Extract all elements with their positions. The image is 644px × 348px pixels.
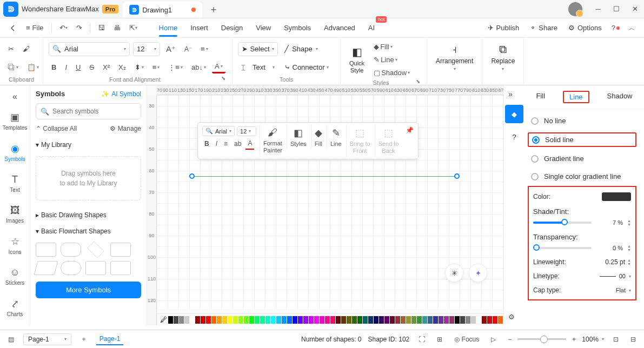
color-swatch-item[interactable] bbox=[439, 316, 443, 324]
italic-button[interactable]: I bbox=[62, 62, 70, 73]
float-format-painter[interactable]: 🖌Format Painter bbox=[260, 125, 286, 156]
color-swatch-item[interactable] bbox=[255, 316, 260, 324]
color-swatch-item[interactable] bbox=[320, 316, 324, 324]
tab-home[interactable]: Home bbox=[159, 19, 178, 36]
shadow-button[interactable]: ▢ Shadow ▾ bbox=[371, 67, 413, 78]
color-swatch-item[interactable] bbox=[449, 316, 454, 324]
tab-view[interactable]: View bbox=[256, 19, 271, 36]
line-shape[interactable] bbox=[192, 176, 457, 177]
arrangement-button[interactable]: ⫞Arrangement▾ bbox=[433, 41, 476, 73]
close-button[interactable]: ✕ bbox=[626, 0, 644, 18]
tab-ai[interactable]: AIhot bbox=[368, 19, 375, 36]
color-swatch-item[interactable] bbox=[330, 316, 335, 324]
rail-text[interactable]: TText bbox=[2, 170, 28, 197]
tab-insert[interactable]: Insert bbox=[190, 19, 208, 36]
share-button[interactable]: ⚬ Share bbox=[526, 22, 562, 34]
rail-charts[interactable]: ⤤Charts bbox=[2, 293, 28, 322]
strike-button[interactable]: S bbox=[87, 62, 97, 73]
zoom-in-button[interactable]: + bbox=[569, 334, 579, 345]
file-menu[interactable]: ≡ File bbox=[23, 22, 47, 34]
color-swatch-item[interactable] bbox=[471, 316, 476, 324]
color-swatch-item[interactable] bbox=[341, 316, 346, 324]
color-swatch-item[interactable] bbox=[460, 316, 465, 324]
shape-rect[interactable] bbox=[36, 243, 56, 257]
color-swatch-item[interactable] bbox=[206, 316, 211, 324]
ruler-vertical[interactable]: 30405060708090100110120 bbox=[147, 95, 157, 325]
color-swatch[interactable] bbox=[602, 192, 631, 201]
color-swatch-item[interactable] bbox=[174, 316, 178, 324]
shape-stored[interactable] bbox=[110, 261, 131, 275]
collapse-all-button[interactable]: ⌃ Collapse All bbox=[36, 125, 77, 132]
tab-symbols[interactable]: Symbols bbox=[284, 19, 311, 36]
right-panel-collapse[interactable]: » bbox=[508, 90, 513, 98]
color-swatch-item[interactable] bbox=[228, 316, 233, 324]
cap-select[interactable]: Flat▾ bbox=[616, 287, 631, 293]
search-input[interactable] bbox=[52, 108, 136, 115]
tab-shadow[interactable]: Shadow bbox=[602, 91, 638, 103]
color-swatch-item[interactable] bbox=[265, 316, 270, 324]
page-selector[interactable]: Page-1▾ bbox=[23, 333, 71, 345]
color-swatch-item[interactable] bbox=[217, 316, 222, 324]
auto-layout-button[interactable]: ✳ bbox=[445, 264, 463, 282]
color-swatch-item[interactable] bbox=[260, 316, 265, 324]
color-swatch-item[interactable] bbox=[476, 316, 481, 324]
color-swatch-item[interactable] bbox=[498, 316, 503, 324]
user-avatar[interactable] bbox=[568, 2, 582, 16]
shape-parallelogram[interactable] bbox=[34, 261, 58, 275]
zoom-value[interactable]: 100% bbox=[582, 336, 599, 343]
color-swatch-item[interactable] bbox=[325, 316, 330, 324]
help-pane-icon[interactable]: ? bbox=[505, 128, 523, 146]
basic-flowchart-section[interactable]: ▾ Basic Flowchart Shapes bbox=[36, 223, 141, 239]
save-button[interactable]: 🖫 bbox=[95, 22, 108, 34]
cut-button[interactable]: ✂ bbox=[5, 43, 17, 55]
rail-templates[interactable]: ▣Templates bbox=[2, 107, 28, 135]
line-spacing-button[interactable]: ≡ ▾ bbox=[150, 62, 163, 73]
line-handle-start[interactable] bbox=[189, 173, 195, 179]
quick-style-button[interactable]: ◧Quick Style bbox=[346, 43, 368, 76]
color-swatch-item[interactable] bbox=[233, 316, 238, 324]
ruler-horizontal[interactable]: 7090110130150170190210230250270290310330… bbox=[157, 85, 503, 95]
color-swatch-item[interactable] bbox=[347, 316, 351, 324]
color-swatch-item[interactable] bbox=[455, 316, 460, 324]
tab-fill[interactable]: Fill bbox=[530, 91, 550, 103]
align-button[interactable]: ≡ ▾ bbox=[198, 43, 211, 55]
color-swatch-item[interactable] bbox=[293, 316, 297, 324]
increase-font-button[interactable]: A⁺ bbox=[163, 43, 178, 56]
subscript-button[interactable]: X₂ bbox=[116, 62, 129, 73]
fit-page-button[interactable]: ⊡ bbox=[610, 334, 621, 345]
text-tool[interactable]: ⌶ Text▾ bbox=[238, 60, 278, 74]
float-pin[interactable]: 📌 bbox=[403, 125, 416, 136]
tab-line[interactable]: Line bbox=[563, 91, 589, 103]
color-swatch-item[interactable] bbox=[379, 316, 384, 324]
superscript-button[interactable]: X² bbox=[100, 62, 112, 73]
color-swatch-item[interactable] bbox=[395, 316, 400, 324]
list-button[interactable]: ⋮≡ ▾ bbox=[165, 62, 185, 73]
color-swatch-item[interactable] bbox=[271, 316, 276, 324]
shape-diamond[interactable] bbox=[87, 241, 104, 258]
print-button[interactable]: 🖶 bbox=[110, 22, 124, 34]
color-swatch-item[interactable] bbox=[417, 316, 422, 324]
canvas[interactable]: 🔍 Arial▾ 12▾ B I ≡ ab A 🖌Format Painter … bbox=[157, 95, 503, 309]
format-painter-button[interactable]: 🖌 bbox=[20, 43, 32, 55]
float-fill[interactable]: ◆Fill bbox=[311, 125, 326, 149]
symbols-search[interactable]: 🔍 bbox=[36, 103, 141, 119]
paste-button[interactable]: 📋 ▾ bbox=[24, 62, 42, 73]
color-swatch-item[interactable] bbox=[168, 316, 173, 324]
settings-icon[interactable]: ⚙ bbox=[508, 313, 515, 321]
export-button[interactable]: ⇱ ▾ bbox=[126, 22, 141, 34]
style-pane-icon[interactable]: ◆ bbox=[505, 105, 523, 123]
color-swatch-item[interactable] bbox=[374, 316, 379, 324]
float-bold[interactable]: B bbox=[202, 138, 211, 149]
shade-slider[interactable] bbox=[533, 222, 592, 224]
spacing-button[interactable]: ⬍ ▾ bbox=[132, 62, 147, 73]
color-swatch-item[interactable] bbox=[357, 316, 362, 324]
color-swatch-item[interactable] bbox=[190, 316, 195, 324]
ai-assist-button[interactable]: ✦ bbox=[469, 264, 487, 282]
rail-images[interactable]: 🖾Images bbox=[2, 200, 28, 228]
color-swatch-item[interactable] bbox=[179, 316, 184, 324]
ai-symbol-button[interactable]: ✨ AI Symbol bbox=[101, 90, 141, 98]
color-swatch-item[interactable] bbox=[211, 316, 216, 324]
float-italic[interactable]: I bbox=[214, 138, 220, 149]
fullscreen-button[interactable]: ⛶ bbox=[416, 334, 428, 345]
gradient-line-radio[interactable]: Gradient line bbox=[528, 152, 636, 165]
